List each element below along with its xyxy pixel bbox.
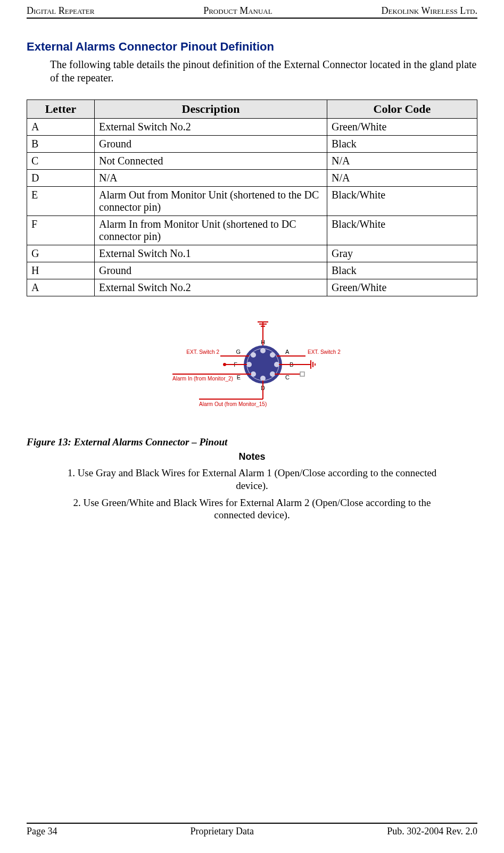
section-title: External Alarms Connector Pinout Definit… xyxy=(27,40,477,54)
cell-color: Black xyxy=(327,136,477,153)
cell-description: Alarm In from Monitor Unit (shortened to… xyxy=(95,216,327,245)
cell-letter: C xyxy=(27,153,95,170)
svg-point-4 xyxy=(260,376,266,381)
note-item: 2. Use Green/White and Black Wires for E… xyxy=(59,496,445,522)
cell-description: External Switch No.1 xyxy=(95,245,327,262)
page-footer: Page 34 Proprietary Data Pub. 302-2004 R… xyxy=(27,823,477,837)
connector-svg: H A B C D E F G EXT. Switch 2 EXT. Switc… xyxy=(141,311,364,418)
ground-b-icon xyxy=(311,360,315,369)
cell-color: Black xyxy=(327,262,477,279)
col-letter: Letter xyxy=(27,100,95,119)
table-row: H Ground Black xyxy=(27,262,477,279)
cell-letter: A xyxy=(27,279,95,296)
label-alarm-out: Alarm Out (from Monitor_15) xyxy=(199,401,267,407)
cell-description: External Switch No.2 xyxy=(95,279,327,296)
svg-point-2 xyxy=(274,362,279,367)
note-item: 1. Use Gray and Black Wires for External… xyxy=(59,467,445,492)
header-right: Dekolink Wireless Ltd. xyxy=(381,5,477,16)
svg-point-1 xyxy=(270,352,275,358)
cell-letter: E xyxy=(27,187,95,216)
label-ext-switch-right: EXT. Switch 2 xyxy=(308,349,341,355)
table-row: D N/A N/A xyxy=(27,170,477,187)
col-color: Color Code xyxy=(327,100,477,119)
svg-point-0 xyxy=(260,348,266,353)
table-row: A External Switch No.2 Green/White xyxy=(27,119,477,136)
table-row: C Not Connected N/A xyxy=(27,153,477,170)
cell-description: Ground xyxy=(95,136,327,153)
cell-letter: B xyxy=(27,136,95,153)
cell-color: Green/White xyxy=(327,279,477,296)
cell-letter: H xyxy=(27,262,95,279)
table-row: A External Switch No.2 Green/White xyxy=(27,279,477,296)
svg-point-6 xyxy=(246,362,252,367)
footer-center: Proprietary Data xyxy=(191,826,254,837)
table-row: B Ground Black xyxy=(27,136,477,153)
page-header: Digital Repeater Product Manual Dekolink… xyxy=(27,5,477,19)
cell-color: Black/White xyxy=(327,187,477,216)
intro-paragraph: The following table details the pinout d… xyxy=(50,58,477,85)
label-ext-switch-left: EXT. Switch 2 xyxy=(186,349,219,355)
notes-heading: Notes xyxy=(27,451,477,462)
cell-description: External Switch No.2 xyxy=(95,119,327,136)
connector-diagram: H A B C D E F G EXT. Switch 2 EXT. Switc… xyxy=(27,311,477,420)
table-row: F Alarm In from Monitor Unit (shortened … xyxy=(27,216,477,245)
pin-label-a: A xyxy=(285,349,290,355)
cell-description: Ground xyxy=(95,262,327,279)
figure-caption: Figure 13: External Alarms Connector – P… xyxy=(27,436,477,448)
table-header-row: Letter Description Color Code xyxy=(27,100,477,119)
table-row: G External Switch No.1 Gray xyxy=(27,245,477,262)
svg-point-5 xyxy=(251,371,256,377)
pin-label-e: E xyxy=(236,374,240,380)
svg-point-7 xyxy=(251,352,256,358)
footer-right: Pub. 302-2004 Rev. 2.0 xyxy=(387,826,477,837)
pin-label-c: C xyxy=(285,374,290,380)
cell-description: Not Connected xyxy=(95,153,327,170)
cell-color: Black/White xyxy=(327,216,477,245)
footer-left: Page 34 xyxy=(27,826,57,837)
cell-description: N/A xyxy=(95,170,327,187)
table-row: E Alarm Out from Monitor Unit (shortened… xyxy=(27,187,477,216)
stub-f-icon xyxy=(223,363,226,366)
pin-label-g: G xyxy=(236,349,241,355)
cell-color: N/A xyxy=(327,170,477,187)
cell-letter: A xyxy=(27,119,95,136)
cell-color: N/A xyxy=(327,153,477,170)
pinout-table: Letter Description Color Code A External… xyxy=(27,100,477,296)
cell-color: Gray xyxy=(327,245,477,262)
col-description: Description xyxy=(95,100,327,119)
header-center: Product Manual xyxy=(203,5,272,16)
cell-description: Alarm Out from Monitor Unit (shortened t… xyxy=(95,187,327,216)
cell-letter: D xyxy=(27,170,95,187)
svg-point-3 xyxy=(270,371,275,377)
cell-letter: G xyxy=(27,245,95,262)
open-c-icon xyxy=(300,372,304,376)
label-alarm-in: Alarm In (from Monitor_2) xyxy=(172,376,233,382)
cell-letter: F xyxy=(27,216,95,245)
header-left: Digital Repeater xyxy=(27,5,94,16)
cell-color: Green/White xyxy=(327,119,477,136)
